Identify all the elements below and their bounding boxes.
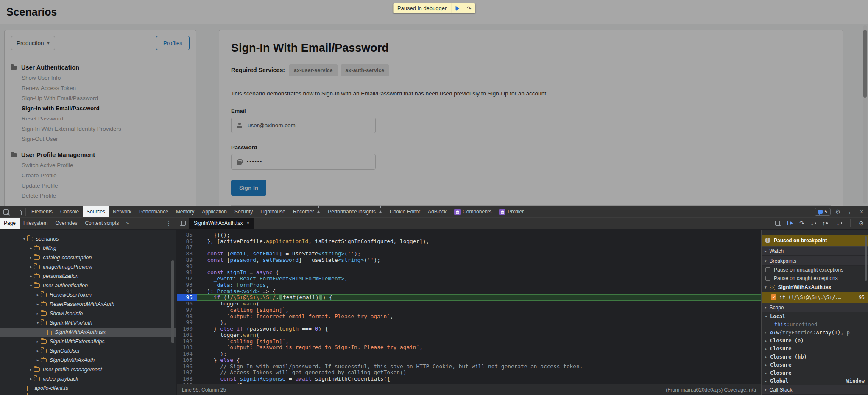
code-editor[interactable]: 8485 })();86 }, [activeProfile.applicati… [177,230,761,395]
resume-button[interactable] [787,221,793,225]
code-line[interactable]: 88 const [email, setEmail] = useState<st… [177,251,761,257]
tab-elements[interactable]: Elements [28,206,56,217]
tab-network[interactable]: Network [109,206,135,217]
line-number[interactable]: 90 [177,263,197,270]
tab-profiler[interactable]: Profiler [495,206,527,217]
tab-security[interactable]: Security [231,206,257,217]
code-line[interactable]: 97 `calling [signIn]`, [177,307,761,314]
line-number[interactable]: 88 [177,251,197,257]
code-line[interactable]: 89 const [password, setPassword] = useSt… [177,257,761,263]
tree-folder-signupwithaxauth[interactable]: ▸SignUpWithAxAuth [0,356,176,365]
tree-folder-resetpasswordwithaxauth[interactable]: ▸ResetPasswordWithAxAuth [0,300,176,309]
step-location-marker[interactable] [319,295,322,300]
watch-section-header[interactable]: ▸ Watch [762,246,868,256]
deactivate-breakpoints-button[interactable]: ⊘ [859,220,864,226]
resume-script-button[interactable] [451,3,463,13]
tree-folder-video-playback[interactable]: ▸video-playback [0,374,176,384]
line-number[interactable]: 106 [177,364,197,370]
tab-cookie-editor[interactable]: Cookie Editor [386,206,424,217]
line-number[interactable]: 89 [177,257,197,263]
code-line[interactable]: 102 `calling [signIn]`, [177,339,761,345]
checkbox-unchecked[interactable] [765,267,770,272]
line-number[interactable]: 87 [177,244,197,251]
tab-recorder[interactable]: Recorder [289,206,324,217]
close-tab-icon[interactable]: × [246,220,249,226]
tab-performance[interactable]: Performance [135,206,172,217]
code-line[interactable]: 106 // Sign-In with email/password. If s… [177,364,761,370]
scope-closure[interactable]: ▸Closure [762,361,868,369]
step-out-button[interactable]: ↑ [822,220,828,226]
line-number[interactable]: 103 [177,345,197,351]
scope-section-header[interactable]: ▾ Scope [762,303,868,312]
code-line[interactable]: 104 ); [177,351,761,357]
line-number[interactable]: 104 [177,351,197,357]
navigator-tab-page[interactable]: Page [0,218,20,229]
device-toolbar-button[interactable] [12,206,24,217]
tree-folder-user-profile-management[interactable]: ▸user-profile-management [0,365,176,374]
scope-closure-hb-[interactable]: ▸Closure (hb) [762,353,868,361]
toggle-debugger-sidebar-button[interactable] [775,221,781,226]
tree-folder-image-imagepreview[interactable]: ▸image/ImagePreview [0,262,176,272]
close-devtools-button[interactable]: × [857,208,866,215]
tab-components[interactable]: Components [450,206,495,217]
tree-file-partial[interactable] [0,393,176,395]
code-line[interactable]: 87 [177,244,761,251]
line-number[interactable]: 102 [177,339,197,345]
code-line[interactable]: 108 const signInResponse = await signInW… [177,376,761,382]
code-line[interactable]: 107 // Access-Tokens will get generated … [177,370,761,376]
code-line[interactable]: 99 ); [177,319,761,326]
navigator-tab-content-scripts[interactable]: Content scripts [81,218,123,229]
breakpoint-entry[interactable]: if (!/\S+@\S+\.\S+/.… 95 [762,292,868,303]
tree-folder-signoutuser[interactable]: ▸SignOutUser [0,346,176,356]
line-number[interactable]: 108 [177,376,197,382]
toggle-navigator-button[interactable] [176,218,189,229]
tree-folder-personalization[interactable]: ▸personalization [0,272,176,281]
code-line[interactable]: 93 _data: FormProps, [177,282,761,289]
tree-folder-catalog-consumption[interactable]: ▸catalog-consumption [0,253,176,262]
code-line[interactable]: 98 `output: Incorrect email format. Plea… [177,314,761,320]
step-over-button[interactable]: ↷ [799,220,804,226]
line-number[interactable]: 86 [177,238,197,245]
code-line[interactable]: 94 ): Promise<void> => { [177,289,761,295]
scope-variable-e[interactable]: ▸e: w {tryEntries: Array(1), p [762,328,868,336]
scope-closure-e-[interactable]: ▸Closure (e) [762,336,868,345]
tree-file-apollo-client-ts[interactable]: apollo-client.ts [0,384,176,393]
tree-folder-signinwithexternalidps[interactable]: ▸SignInWithExternalIdps [0,337,176,346]
checkbox-unchecked[interactable] [765,276,770,281]
line-number[interactable]: 100 [177,326,197,332]
line-number[interactable]: 95 [177,294,197,301]
code-line[interactable]: 85 })(); [177,232,761,238]
tab-console[interactable]: Console [56,206,83,217]
tab-performance-insights[interactable]: Performance insights [324,206,386,217]
code-line[interactable]: 92 _event: React.FormEvent<HTMLFormEleme… [177,276,761,282]
code-line[interactable]: 96 logger.warn( [177,301,761,307]
tree-folder-user-authentication[interactable]: ▾user-authentication [0,281,176,290]
line-number[interactable]: 105 [177,357,197,364]
scope-closure[interactable]: ▸Closure [762,345,868,353]
navigator-tab-filesystem[interactable]: Filesystem [20,218,51,229]
step-button[interactable]: → [834,220,843,226]
editor-tab-signinwithaxauth[interactable]: SignInWithAxAuth.tsx × [189,218,254,229]
inspect-element-button[interactable] [0,206,12,217]
issues-counter[interactable]: 5 [815,208,831,216]
line-number[interactable]: 85 [177,232,197,238]
code-line[interactable]: 105 } else { [177,357,761,364]
breakpoint-file-group[interactable]: ▾ <> SignInWithAxAuth.tsx [762,283,868,292]
scope-closure[interactable]: ▸Closure [762,369,868,377]
code-line[interactable]: 91 const signIn = async ( [177,269,761,276]
tree-folder-renewusertoken[interactable]: ▸RenewUserToken [0,290,176,300]
tab-memory[interactable]: Memory [172,206,198,217]
settings-button[interactable]: ⚙ [833,208,843,215]
tab-sources[interactable]: Sources [83,206,109,217]
line-number[interactable]: 97 [177,307,197,314]
line-number[interactable]: 98 [177,314,197,320]
line-number[interactable]: 93 [177,282,197,289]
line-number[interactable]: 94 [177,289,197,295]
code-line[interactable]: 86 }, [activeProfile.applicationId, isDi… [177,238,761,245]
more-tabs-icon[interactable]: » [126,220,129,226]
code-line[interactable]: 100 } else if (password.length === 0) { [177,326,761,332]
sidebar-scrollbar[interactable] [865,236,867,281]
tab-application[interactable]: Application [198,206,231,217]
scope-local[interactable]: ▾Local [762,312,868,320]
line-number[interactable]: 101 [177,332,197,339]
